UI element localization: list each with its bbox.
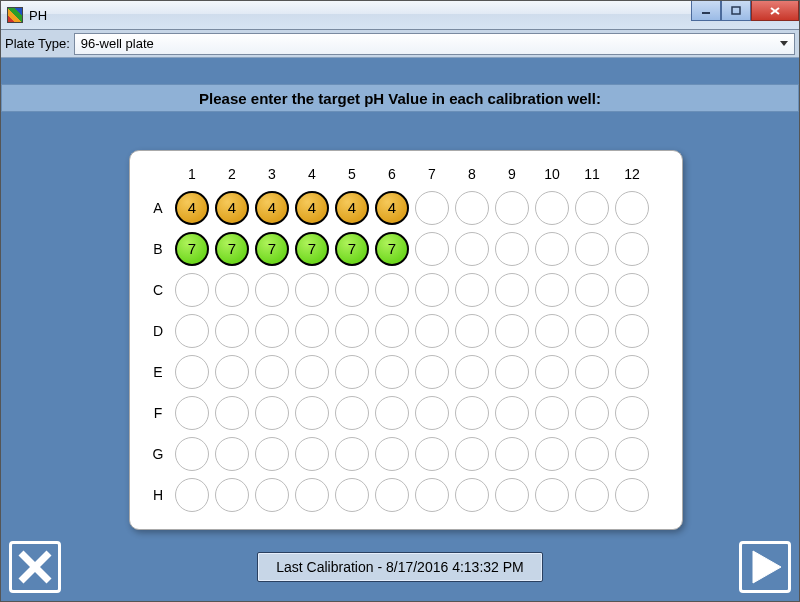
well-H1[interactable] xyxy=(175,478,209,512)
next-button[interactable] xyxy=(739,541,791,593)
well-F2[interactable] xyxy=(215,396,249,430)
well-F5[interactable] xyxy=(335,396,369,430)
well-D10[interactable] xyxy=(535,314,569,348)
well-H3[interactable] xyxy=(255,478,289,512)
well-C9[interactable] xyxy=(495,273,529,307)
well-F10[interactable] xyxy=(535,396,569,430)
well-H5[interactable] xyxy=(335,478,369,512)
well-G2[interactable] xyxy=(215,437,249,471)
well-B3[interactable]: 7 xyxy=(255,232,289,266)
cancel-button[interactable] xyxy=(9,541,61,593)
well-G11[interactable] xyxy=(575,437,609,471)
well-E5[interactable] xyxy=(335,355,369,389)
well-G7[interactable] xyxy=(415,437,449,471)
well-E7[interactable] xyxy=(415,355,449,389)
well-F9[interactable] xyxy=(495,396,529,430)
well-A3[interactable]: 4 xyxy=(255,191,289,225)
well-B5[interactable]: 7 xyxy=(335,232,369,266)
well-D6[interactable] xyxy=(375,314,409,348)
well-B6[interactable]: 7 xyxy=(375,232,409,266)
well-D1[interactable] xyxy=(175,314,209,348)
well-G3[interactable] xyxy=(255,437,289,471)
well-A8[interactable] xyxy=(455,191,489,225)
well-H9[interactable] xyxy=(495,478,529,512)
well-H4[interactable] xyxy=(295,478,329,512)
well-D11[interactable] xyxy=(575,314,609,348)
well-C12[interactable] xyxy=(615,273,649,307)
well-B1[interactable]: 7 xyxy=(175,232,209,266)
well-D5[interactable] xyxy=(335,314,369,348)
well-E2[interactable] xyxy=(215,355,249,389)
well-E12[interactable] xyxy=(615,355,649,389)
well-G5[interactable] xyxy=(335,437,369,471)
well-B9[interactable] xyxy=(495,232,529,266)
well-D3[interactable] xyxy=(255,314,289,348)
well-C11[interactable] xyxy=(575,273,609,307)
well-B8[interactable] xyxy=(455,232,489,266)
well-E11[interactable] xyxy=(575,355,609,389)
well-E9[interactable] xyxy=(495,355,529,389)
well-B7[interactable] xyxy=(415,232,449,266)
well-H12[interactable] xyxy=(615,478,649,512)
well-C2[interactable] xyxy=(215,273,249,307)
well-G8[interactable] xyxy=(455,437,489,471)
well-F3[interactable] xyxy=(255,396,289,430)
well-H6[interactable] xyxy=(375,478,409,512)
well-H10[interactable] xyxy=(535,478,569,512)
well-C3[interactable] xyxy=(255,273,289,307)
well-H11[interactable] xyxy=(575,478,609,512)
well-A2[interactable]: 4 xyxy=(215,191,249,225)
well-E1[interactable] xyxy=(175,355,209,389)
well-A9[interactable] xyxy=(495,191,529,225)
well-G12[interactable] xyxy=(615,437,649,471)
well-H2[interactable] xyxy=(215,478,249,512)
well-G9[interactable] xyxy=(495,437,529,471)
well-A11[interactable] xyxy=(575,191,609,225)
well-G6[interactable] xyxy=(375,437,409,471)
plate-type-select[interactable]: 96-well plate xyxy=(74,33,795,55)
well-A5[interactable]: 4 xyxy=(335,191,369,225)
well-D12[interactable] xyxy=(615,314,649,348)
well-C7[interactable] xyxy=(415,273,449,307)
well-G1[interactable] xyxy=(175,437,209,471)
well-F1[interactable] xyxy=(175,396,209,430)
well-B11[interactable] xyxy=(575,232,609,266)
well-C1[interactable] xyxy=(175,273,209,307)
well-A4[interactable]: 4 xyxy=(295,191,329,225)
well-B12[interactable] xyxy=(615,232,649,266)
well-B2[interactable]: 7 xyxy=(215,232,249,266)
well-D7[interactable] xyxy=(415,314,449,348)
well-F11[interactable] xyxy=(575,396,609,430)
well-C4[interactable] xyxy=(295,273,329,307)
well-E10[interactable] xyxy=(535,355,569,389)
well-E3[interactable] xyxy=(255,355,289,389)
minimize-button[interactable] xyxy=(691,1,721,21)
well-A7[interactable] xyxy=(415,191,449,225)
well-F6[interactable] xyxy=(375,396,409,430)
well-A10[interactable] xyxy=(535,191,569,225)
well-G10[interactable] xyxy=(535,437,569,471)
well-C10[interactable] xyxy=(535,273,569,307)
well-D8[interactable] xyxy=(455,314,489,348)
well-C5[interactable] xyxy=(335,273,369,307)
well-F12[interactable] xyxy=(615,396,649,430)
well-G4[interactable] xyxy=(295,437,329,471)
well-F8[interactable] xyxy=(455,396,489,430)
well-A12[interactable] xyxy=(615,191,649,225)
well-E6[interactable] xyxy=(375,355,409,389)
close-button[interactable] xyxy=(751,1,799,21)
maximize-button[interactable] xyxy=(721,1,751,21)
well-B4[interactable]: 7 xyxy=(295,232,329,266)
well-B10[interactable] xyxy=(535,232,569,266)
well-D2[interactable] xyxy=(215,314,249,348)
well-H8[interactable] xyxy=(455,478,489,512)
well-D4[interactable] xyxy=(295,314,329,348)
well-H7[interactable] xyxy=(415,478,449,512)
well-F4[interactable] xyxy=(295,396,329,430)
well-E8[interactable] xyxy=(455,355,489,389)
well-D9[interactable] xyxy=(495,314,529,348)
well-A6[interactable]: 4 xyxy=(375,191,409,225)
well-C6[interactable] xyxy=(375,273,409,307)
well-F7[interactable] xyxy=(415,396,449,430)
well-E4[interactable] xyxy=(295,355,329,389)
